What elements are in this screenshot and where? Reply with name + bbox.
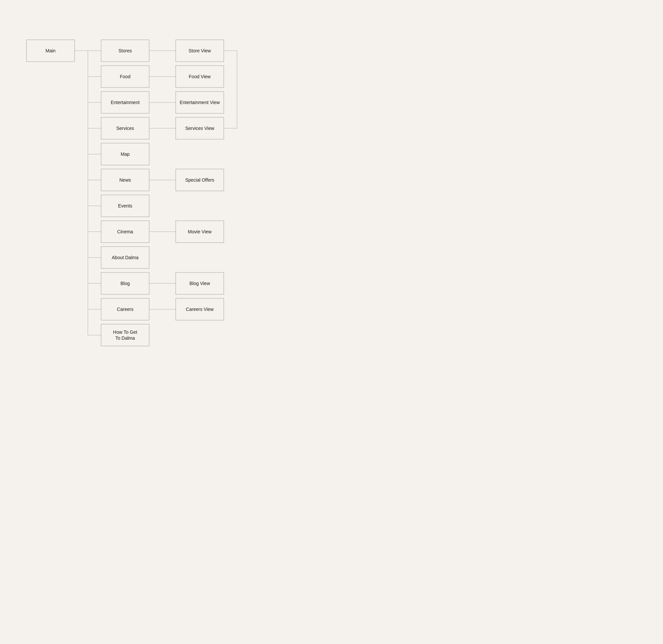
sitemap-svg: MainStoresStore ViewFoodFood ViewEnterta… [26, 40, 250, 353]
svg-text:Blog: Blog [120, 281, 130, 286]
svg-text:Stores: Stores [118, 48, 132, 53]
svg-text:Services View: Services View [185, 125, 215, 131]
svg-text:Movie View: Movie View [188, 229, 212, 234]
svg-text:Blog View: Blog View [189, 281, 210, 286]
svg-text:How To Get: How To Get [113, 329, 137, 335]
svg-text:Entertainment View: Entertainment View [180, 100, 220, 105]
svg-text:Food View: Food View [189, 74, 211, 79]
svg-text:Food: Food [120, 74, 131, 79]
svg-text:Careers View: Careers View [186, 306, 214, 312]
svg-text:Store View: Store View [189, 48, 211, 53]
svg-text:Careers: Careers [117, 306, 134, 312]
svg-text:About Dalma: About Dalma [112, 255, 139, 260]
svg-text:Special Offers: Special Offers [185, 177, 214, 183]
svg-text:Main: Main [45, 48, 55, 53]
svg-text:Services: Services [116, 125, 134, 131]
svg-text:Cinema: Cinema [117, 229, 133, 234]
svg-text:Map: Map [121, 152, 130, 157]
svg-text:Entertainment: Entertainment [111, 100, 140, 105]
svg-rect-62 [101, 324, 149, 346]
svg-text:News: News [119, 177, 131, 183]
svg-text:To Dalma: To Dalma [115, 336, 135, 341]
svg-text:Events: Events [118, 203, 132, 208]
sitemap-diagram: MainStoresStore ViewFoodFood ViewEnterta… [26, 40, 637, 353]
